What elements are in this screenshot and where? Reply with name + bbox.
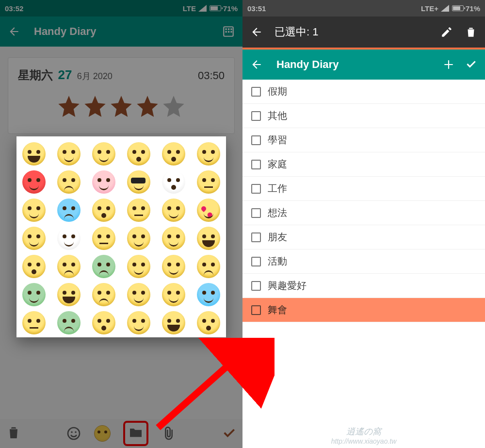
star-rating[interactable] [18,94,225,119]
emoji-option[interactable] [92,283,115,306]
category-label: 想法 [268,206,287,219]
highlight-box [123,421,148,446]
checkbox-icon[interactable] [251,87,261,97]
svg-point-7 [68,428,80,439]
emoji-option[interactable] [57,142,81,166]
emoji-option[interactable] [57,227,81,250]
checkbox-icon[interactable] [251,281,261,291]
back-icon[interactable] [250,58,263,71]
emoji-option[interactable] [127,311,150,334]
emoji-option[interactable] [92,227,115,250]
entry-card[interactable]: 星期六 27 6月 2020 03:50 [8,57,235,134]
emoji-option[interactable] [57,283,81,306]
emoji-picker[interactable] [16,136,226,337]
statusbar-left: 03:52 LTE 71% [0,0,242,17]
emoji-option[interactable] [22,255,46,278]
bottom-toolbar [0,419,242,448]
category-row[interactable]: 家庭 [242,152,485,177]
emoji-option[interactable] [127,142,150,166]
emoji-option[interactable] [22,170,46,194]
smiley-filled-icon[interactable] [94,425,111,442]
checkbox-icon[interactable] [251,305,261,315]
category-row[interactable]: 工作 [242,177,485,201]
signal-icon [441,5,449,12]
star-icon[interactable] [109,94,134,119]
emoji-option[interactable] [127,199,150,222]
emoji-option[interactable] [197,199,220,222]
emoji-option[interactable] [22,311,46,334]
star-icon[interactable] [135,94,160,119]
back-icon[interactable] [250,26,263,38]
emoji-option[interactable] [92,170,115,194]
category-label: 興趣愛好 [268,279,307,292]
category-row[interactable]: 朋友 [242,225,485,249]
emoji-option[interactable] [197,170,220,194]
star-icon[interactable] [82,94,108,119]
checkbox-icon[interactable] [251,184,261,194]
category-label: 工作 [268,182,287,195]
emoji-option[interactable] [127,283,150,306]
emoji-option[interactable] [127,227,150,250]
checkbox-icon[interactable] [251,160,261,169]
selection-toolbar: 已選中: 1 [242,17,485,48]
emoji-option[interactable] [197,283,220,306]
emoji-option[interactable] [127,170,150,194]
emoji-option[interactable] [197,227,220,250]
category-list[interactable]: 假期其他學習家庭工作想法朋友活動興趣愛好舞會 [242,80,485,448]
emoji-option[interactable] [92,311,115,334]
emoji-option[interactable] [57,311,81,334]
edit-icon[interactable] [440,26,453,38]
emoji-option[interactable] [57,199,81,222]
star-icon[interactable] [56,94,81,119]
svg-rect-3 [230,29,232,30]
category-row[interactable]: 想法 [242,201,485,225]
entry-date: 星期六 27 6月 2020 [18,67,113,83]
back-icon[interactable] [8,25,20,38]
emoji-option[interactable] [197,311,220,334]
emoji-option[interactable] [92,142,115,166]
emoji-option[interactable] [162,311,185,334]
paperclip-icon[interactable] [161,426,177,441]
emoji-option[interactable] [197,255,220,278]
status-clock: 03:51 [247,4,266,13]
folder-icon[interactable] [128,425,144,440]
emoji-option[interactable] [162,170,185,194]
category-row[interactable]: 假期 [242,80,485,104]
emoji-option[interactable] [22,227,46,250]
category-row[interactable]: 學習 [242,128,485,152]
category-row[interactable]: 其他 [242,104,485,128]
emoji-option[interactable] [57,170,81,194]
checkbox-icon[interactable] [251,111,261,121]
emoji-option[interactable] [57,255,81,278]
trash-icon[interactable] [6,425,21,440]
emoji-option[interactable] [22,283,46,306]
smiley-outline-icon[interactable] [66,426,81,441]
category-row[interactable]: 活動 [242,249,485,274]
plus-icon[interactable] [442,58,455,71]
check-icon[interactable] [465,58,477,71]
category-row[interactable]: 興趣愛好 [242,274,485,298]
emoji-option[interactable] [162,227,185,250]
app-title: Handy Diary [276,58,442,71]
emoji-option[interactable] [92,255,115,278]
checkbox-icon[interactable] [251,135,261,145]
checkbox-icon[interactable] [251,257,261,266]
grid-icon[interactable] [222,25,235,38]
checkbox-icon[interactable] [251,232,261,242]
app-toolbar-right: Handy Diary [242,50,485,80]
emoji-option[interactable] [162,199,185,222]
emoji-option[interactable] [92,199,115,222]
emoji-option[interactable] [162,142,185,166]
category-row[interactable]: 舞會 [242,298,485,322]
emoji-option[interactable] [22,142,46,166]
emoji-option[interactable] [197,142,220,166]
star-icon[interactable] [161,94,186,119]
check-icon[interactable] [221,426,237,441]
emoji-option[interactable] [162,255,185,278]
statusbar-right: 03:51 LTE+ 71% [242,0,485,17]
emoji-option[interactable] [22,199,46,222]
trash-icon[interactable] [465,26,477,38]
checkbox-icon[interactable] [251,208,261,218]
emoji-option[interactable] [127,255,150,278]
emoji-option[interactable] [162,283,185,306]
